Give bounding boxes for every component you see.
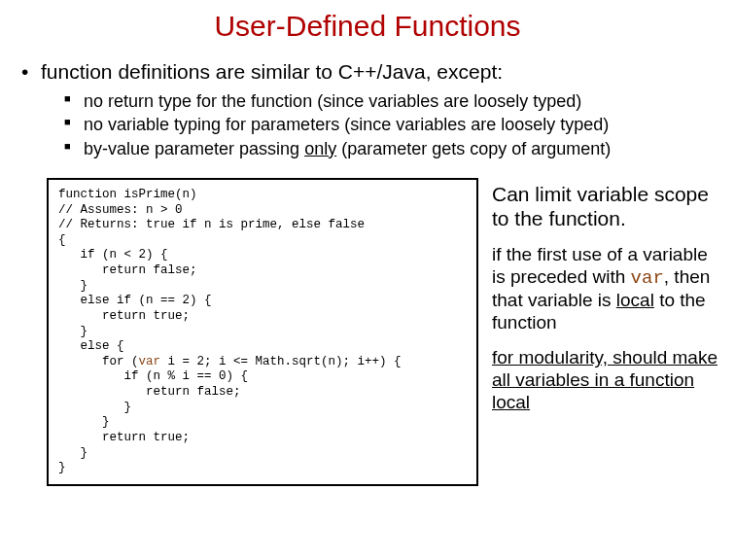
code-l12-keyword: var [139,355,161,368]
code-l10: } [58,325,88,338]
code-l15: } [58,401,131,414]
code-l12b: i = 2; i <= Math.sqrt(n); i++) { [160,355,402,368]
sub-bullet-2: no variable typing for parameters (since… [64,113,718,136]
code-l14: return false; [58,385,241,399]
sub-bullet-list: no return type for the function (since v… [18,89,718,160]
code-l12a: for ( [58,355,139,368]
code-l1: function isPrime(n) [58,188,197,201]
sub3-underline: only [304,139,336,158]
code-l7: } [58,279,88,293]
code-l3: // Returns: true if n is prime, else fal… [58,218,365,231]
code-block: function isPrime(n) // Assumes: n > 0 //… [47,178,478,486]
code-l4: { [58,233,66,247]
code-l16: } [58,415,110,429]
right-p1-underline: local [616,290,654,310]
code-l5: if (n < 2) { [58,248,168,262]
right-p2: for modularity, should make all variable… [492,347,718,413]
code-l13: if (n % i == 0) { [58,369,248,383]
code-l6: return false; [58,263,197,277]
code-l2: // Assumes: n > 0 [58,203,183,217]
right-p1: if the first use of a variable is preced… [492,244,718,333]
code-l17: return true; [58,431,190,444]
right-lead: Can limit variable scope to the function… [492,182,718,230]
code-l8: else if (n == 2) { [58,294,212,307]
slide-title: User-Defined Functions [18,10,718,43]
right-column: Can limit variable scope to the function… [492,178,718,428]
sub-bullet-1: no return type for the function (since v… [64,89,718,113]
code-l18: } [58,446,88,460]
code-l19: } [58,461,66,474]
sub3-post: (parameter gets copy of argument) [336,139,611,158]
top-bullet: function definitions are similar to C++/… [18,60,718,84]
right-p1-keyword: var [631,267,664,289]
code-l11: else { [58,339,124,353]
sub3-pre: by-value parameter passing [84,139,304,158]
code-l9: return true; [58,309,190,323]
sub-bullet-3: by-value parameter passing only (paramet… [64,137,718,160]
